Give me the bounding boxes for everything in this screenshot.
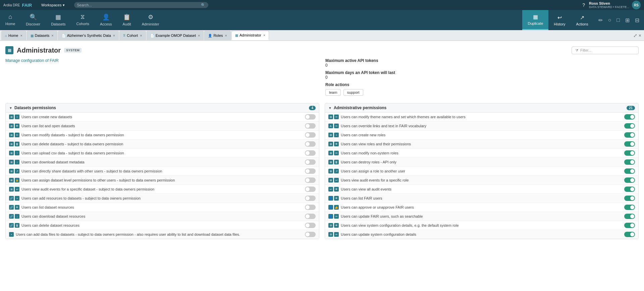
perm-text-admin-1: Users can override links and text in FAI… [341,124,622,128]
tab-cohort-label: Cohort [127,33,138,38]
user-info: Ross Stiven DATA STEWARD • FACETE... RS [589,1,641,9]
tab-home[interactable]: ⌂ Home × [1,31,26,40]
tab-omop-label: Example OMOP Dataset [156,33,196,38]
nav-label-home: Home [5,22,15,26]
datasets-icon: ▦ [55,13,61,21]
perm-row-datasets-4: ⊞ ↑ Users can upload csv data - subject … [6,149,319,158]
tab-datasets[interactable]: ▦ Datasets × [27,31,57,40]
support-button[interactable]: support [343,89,363,96]
nav-item-discover[interactable]: 🔍 Discover [20,10,46,30]
grid-icon[interactable]: ⊟ [634,16,641,25]
toggle-admin-0[interactable] [624,114,635,120]
learn-button[interactable]: learn [325,89,341,96]
nav-label-access: Access [100,22,112,26]
user-role: DATA STEWARD • FACETE... [589,5,629,9]
toggle-datasets-5[interactable] [305,159,316,165]
toggle-datasets-10[interactable] [305,205,316,210]
plus-icon-13: + [9,232,14,237]
circle-icon[interactable]: ○ [607,16,613,24]
toggle-admin-8[interactable] [624,187,635,192]
tab-admin-close[interactable]: × [263,33,265,37]
perm-row-admin-8: ↩ 👁 Users can view all audit events [325,185,638,194]
tab-admin-icon: ▦ [235,33,238,37]
link-icon-12: 🔗 [9,223,14,228]
content-area: Manage configuration of FAIR Maximum act… [5,58,639,98]
expand-icon[interactable]: ⤢ [633,33,637,38]
tab-cohort-close[interactable]: × [140,33,142,38]
admin-permissions-col: ▼ Administrative permissions 21 ⊞ ✏ User… [325,103,639,239]
toggle-datasets-4[interactable] [305,150,316,156]
perm-text-admin-12: Users can view system configuration deta… [341,223,622,227]
toggle-datasets-2[interactable] [305,132,316,138]
admin-gear-icon-13: ⚙ [328,232,333,237]
toggle-datasets-0[interactable] [305,114,316,120]
toggle-datasets-6[interactable] [305,168,316,174]
admin-perm-icons-10: 👤 👍 [328,205,339,210]
toggle-datasets-13[interactable] [305,232,316,237]
eye-icon-1: 👁 [15,124,19,128]
toggle-admin-4[interactable] [624,150,635,156]
config-link[interactable]: Manage configuration of FAIR [5,58,319,63]
workspaces-button[interactable]: Workspaces ▾ [39,2,67,8]
admin-section-label: Administrative permissions [334,105,386,110]
grid-icon-8: ⊞ [9,187,14,192]
history-button[interactable]: ↩ History [548,10,571,30]
tab-omop-icon: 📄 [150,34,154,38]
toggle-datasets-11[interactable] [305,214,316,219]
toggle-admin-11[interactable] [624,214,635,219]
actions-label: Actions [576,22,588,26]
tab-omop-close[interactable]: × [198,33,200,38]
filter-area: ⧩ Filter... [572,47,639,54]
tab-home-close[interactable]: × [20,33,22,38]
perm-row-admin-5: ⊞ 🗑 Users can destroy roles - API only [325,158,638,167]
admin-toggle[interactable]: ▼ [328,106,332,110]
toggle-admin-12[interactable] [624,223,635,228]
edit-icon[interactable]: ✏ [597,16,604,25]
nav-item-audit[interactable]: 📋 Audit [117,10,137,30]
close-icon[interactable]: × [639,33,641,38]
actions-button[interactable]: ↗ Actions [571,10,594,30]
nav-item-administer[interactable]: ⚙ Administer [137,10,165,30]
toggle-admin-9[interactable] [624,196,635,201]
toggle-admin-6[interactable] [624,168,635,174]
toggle-admin-1[interactable] [624,123,635,129]
toggle-admin-2[interactable] [624,132,635,138]
nav-item-cohorts[interactable]: ⧖ Cohorts [71,10,95,30]
toggle-admin-13[interactable] [624,232,635,237]
user-details: Ross Stiven DATA STEWARD • FACETE... [589,1,629,9]
toggle-datasets-12[interactable] [305,223,316,228]
columns-icon[interactable]: ⊞ [624,16,631,25]
tab-datasets-close[interactable]: × [51,33,53,38]
tab-omop[interactable]: 📄 Example OMOP Dataset × [147,31,204,40]
tab-administrator[interactable]: ▦ Administrator × [231,31,269,40]
toggle-admin-10[interactable] [624,205,635,210]
nav-item-access[interactable]: 👤 Access [95,10,117,30]
toggle-datasets-3[interactable] [305,141,316,147]
toggle-datasets-9[interactable] [305,196,316,201]
toggle-datasets-1[interactable] [305,123,316,129]
toggle-datasets-8[interactable] [305,187,316,192]
datasets-toggle[interactable]: ▼ [9,106,12,110]
search-input[interactable] [74,2,208,8]
toggle-admin-3[interactable] [624,141,635,147]
tab-alzheimer-close[interactable]: × [113,33,115,38]
tab-alzheimer[interactable]: 📄 Alzheimer's Synthetic Data × [58,31,119,40]
filter-input[interactable]: ⧩ Filter... [572,47,639,54]
datasets-permission-list: ⊞ + Users can create new datasets ⊞ 👁 Us… [5,113,319,239]
toggle-admin-7[interactable] [624,177,635,183]
help-icon[interactable]: ? [582,2,585,8]
nav-item-datasets[interactable]: ▦ Datasets [46,10,71,30]
toggle-datasets-7[interactable] [305,177,316,183]
history-label: History [554,22,565,26]
tab-roles[interactable]: 👤 Roles × [204,31,231,40]
nav-item-home[interactable]: ⌂ Home [0,10,20,30]
perm-text-datasets-1: Users can list and open datasets [21,124,303,128]
tab-cohort[interactable]: ⧖ Cohort × [119,31,146,40]
duplicate-button[interactable]: ▦ Duplicate [522,10,548,30]
admin-perm-icons-11: 👤 ✏ [328,214,339,219]
api-tokens-label: Maximum active API tokens [325,58,639,63]
square-icon[interactable]: □ [615,16,621,24]
tab-roles-close[interactable]: × [225,33,227,38]
toggle-admin-5[interactable] [624,159,635,165]
admin-grid-icon-3: ⊞ [328,142,333,146]
